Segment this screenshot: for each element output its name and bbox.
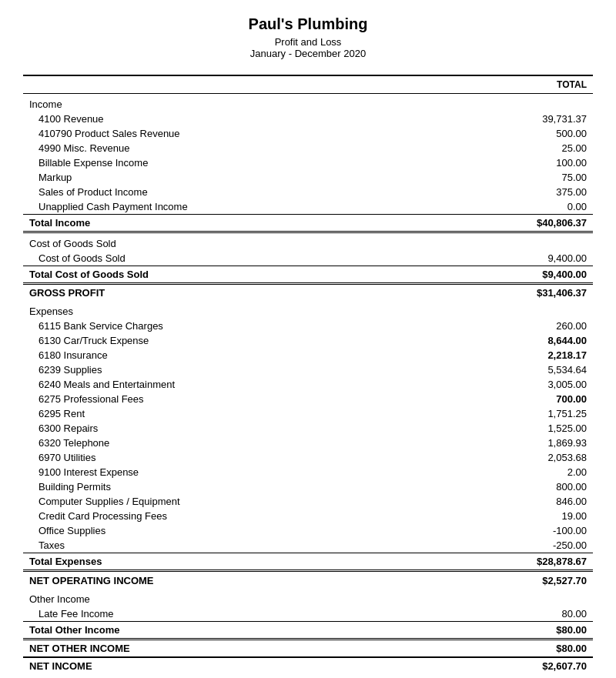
- list-item: 410790 Product Sales Revenue 500.00: [23, 126, 593, 141]
- gross-profit-row: GROSS PROFIT $31,406.37: [23, 284, 593, 302]
- list-item: Cost of Goods Sold 9,400.00: [23, 251, 593, 266]
- list-item: 6239 Supplies 5,534.64: [23, 362, 593, 377]
- total-cogs-row: Total Cost of Goods Sold $9,400.00: [23, 266, 593, 284]
- list-item: 6275 Professional Fees 700.00: [23, 392, 593, 406]
- cogs-section-header: Cost of Goods Sold: [23, 232, 593, 252]
- list-item: 6970 Utilities 2,053.68: [23, 450, 593, 465]
- list-item: 6320 Telephone 1,869.93: [23, 436, 593, 450]
- other-income-section-header: Other Income: [23, 589, 593, 606]
- list-item: 6115 Bank Service Charges 260.00: [23, 319, 593, 333]
- label-col-header: [23, 75, 440, 94]
- net-operating-income-row: NET OPERATING INCOME $2,527.70: [23, 571, 593, 589]
- profit-loss-table: TOTAL Income 4100 Revenue 39,731.37 4107…: [23, 75, 593, 674]
- list-item: 6300 Repairs 1,525.00: [23, 421, 593, 436]
- list-item: 4990 Misc. Revenue 25.00: [23, 141, 593, 155]
- list-item: 6295 Rent 1,751.25: [23, 406, 593, 421]
- report-header: Paul's Plumbing Profit and Loss January …: [23, 15, 593, 59]
- list-item: Computer Supplies / Equipment 846.00: [23, 494, 593, 509]
- total-income-row: Total Income $40,806.37: [23, 215, 593, 232]
- total-col-header: TOTAL: [440, 75, 593, 94]
- table-header-row: TOTAL: [23, 75, 593, 94]
- list-item: Building Permits 800.00: [23, 479, 593, 494]
- report-period: January - December 2020: [23, 48, 593, 59]
- list-item: 4100 Revenue 39,731.37: [23, 112, 593, 126]
- list-item: Sales of Product Income 375.00: [23, 185, 593, 199]
- income-section-header: Income: [23, 94, 593, 112]
- list-item: Credit Card Processing Fees 19.00: [23, 509, 593, 523]
- list-item: Unapplied Cash Payment Income 0.00: [23, 199, 593, 215]
- income-label: Income: [23, 94, 440, 112]
- expenses-section-header: Expenses: [23, 301, 593, 319]
- list-item: Taxes -250.00: [23, 538, 593, 553]
- list-item: 6240 Meals and Entertainment 3,005.00: [23, 377, 593, 392]
- net-income-row: NET INCOME $2,607.70: [23, 657, 593, 674]
- total-expenses-row: Total Expenses $28,878.67: [23, 553, 593, 571]
- list-item: Markup 75.00: [23, 170, 593, 185]
- net-other-income-row: NET OTHER INCOME $80.00: [23, 640, 593, 658]
- list-item: 6180 Insurance 2,218.17: [23, 348, 593, 362]
- list-item: Late Fee Income 80.00: [23, 606, 593, 622]
- list-item: Billable Expense Income 100.00: [23, 155, 593, 170]
- total-other-income-row: Total Other Income $80.00: [23, 622, 593, 640]
- list-item: 9100 Interest Expense 2.00: [23, 465, 593, 479]
- list-item: Office Supplies -100.00: [23, 523, 593, 538]
- report-title: Profit and Loss: [23, 36, 593, 48]
- list-item: 6130 Car/Truck Expense 8,644.00: [23, 333, 593, 348]
- company-name: Paul's Plumbing: [23, 15, 593, 33]
